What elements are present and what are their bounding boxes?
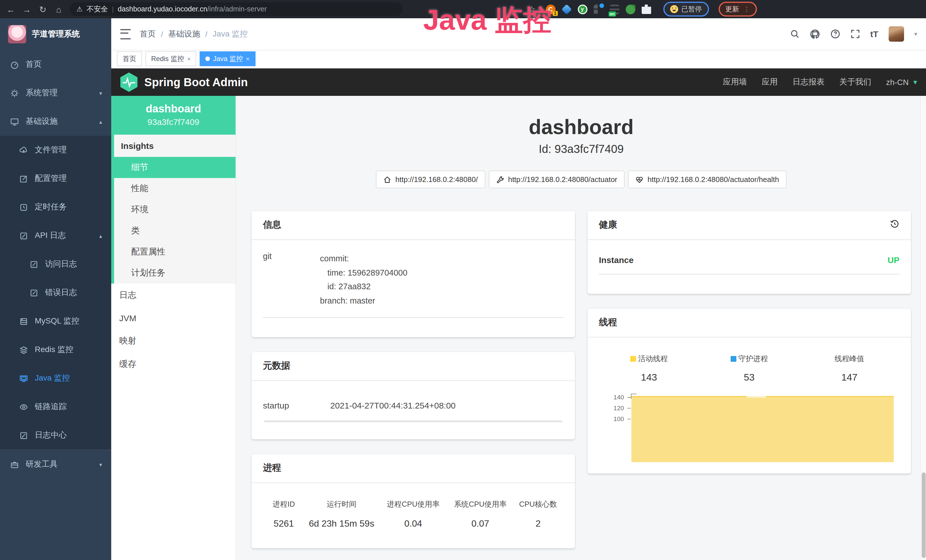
log-icon: [30, 260, 38, 268]
instance-detail-view: dashboard Id: 93a3fc7f7409 http://192.16…: [236, 96, 926, 560]
val-process-cpu: 0.04: [378, 518, 448, 529]
sba-locale-select[interactable]: zh-CN▼: [886, 77, 918, 87]
process-table: 进程ID5261 运行时间6d 23h 15m 59s 进程CPU使用率0.04…: [263, 494, 563, 537]
cloud-upload-icon: [20, 146, 28, 154]
col-system-cpu: 系统CPU使用率: [448, 499, 513, 509]
url-text[interactable]: dashboard.yudao.iocoder.cn/infra/admin-s…: [118, 5, 267, 13]
paused-badge[interactable]: 已暂停: [663, 2, 709, 17]
nav-mappings[interactable]: 映射: [111, 329, 236, 353]
insecure-warning-icon[interactable]: ⚠: [76, 5, 83, 13]
threads-legend: 活动线程143 守护进程53 线程峰值147: [599, 349, 899, 383]
sidebar-item-devtools[interactable]: 研发工具 ▾: [0, 450, 111, 479]
layers-icon: [20, 345, 28, 354]
kebab-menu-icon[interactable]: ⋮: [743, 8, 750, 11]
avatar-caret-icon[interactable]: ▾: [914, 31, 917, 37]
briefcase-icon: [10, 460, 19, 469]
status-badge: UP: [888, 255, 899, 265]
home-icon: [383, 176, 391, 183]
sidebar-item-mysql-monitor[interactable]: MySQL 监控: [0, 307, 111, 336]
breadcrumb-home[interactable]: 首页: [140, 29, 156, 39]
extension-gem-icon[interactable]: [561, 4, 571, 14]
sidebar-item-tracing[interactable]: 链路追踪: [0, 392, 111, 421]
sba-nav-wall[interactable]: 应用墙: [723, 77, 747, 87]
sidebar-item-api-log[interactable]: API 日志 ▴: [0, 221, 111, 250]
help-icon[interactable]: [831, 29, 840, 39]
sidebar-item-file-manage[interactable]: 文件管理: [0, 136, 111, 164]
sidebar-item-java-monitor[interactable]: Java 监控: [0, 364, 111, 392]
service-url-link[interactable]: http://192.168.0.2:48080/: [376, 171, 485, 188]
update-button[interactable]: 更新⋮: [719, 2, 757, 17]
sidebar-item-config-manage[interactable]: 配置管理: [0, 164, 111, 193]
val-system-cpu: 0.07: [448, 518, 513, 529]
address-bar[interactable]: ⚠ 不安全 | dashboard.yudao.iocoder.cn/infra…: [70, 2, 403, 16]
actuator-url-link[interactable]: http://192.168.0.2:48080/actuator: [489, 171, 625, 188]
chevron-down-icon: ▾: [99, 90, 102, 96]
nav-environment[interactable]: 环境: [114, 199, 236, 220]
infra-submenu: 文件管理 配置管理 定时任务 API 日志 ▴: [0, 136, 111, 450]
nav-scheduled-tasks[interactable]: 计划任务: [114, 262, 236, 283]
nav-caches[interactable]: 缓存: [111, 353, 236, 376]
page-title: dashboard: [236, 115, 926, 139]
home-icon[interactable]: ⌂: [54, 5, 64, 14]
extension-leaf-icon[interactable]: [625, 4, 635, 14]
sidebar-item-system[interactable]: 系统管理 ▾: [0, 79, 111, 107]
sidebar-item-log-center[interactable]: 日志中心: [0, 421, 111, 450]
extension-v-icon[interactable]: y: [578, 4, 587, 14]
nav-metrics[interactable]: 性能: [114, 178, 236, 199]
content-scrollbar[interactable]: [921, 96, 926, 560]
tab-redis-monitor[interactable]: Redis 监控×: [145, 51, 197, 66]
col-pid: 进程ID: [263, 499, 304, 509]
scrollbar-thumb[interactable]: [922, 472, 926, 558]
nav-classes[interactable]: 类: [114, 220, 236, 241]
breadcrumb-section[interactable]: 基础设施: [168, 29, 200, 39]
github-icon[interactable]: [810, 29, 820, 39]
wrench-icon: [496, 176, 504, 183]
emoji-face-icon: [670, 5, 678, 13]
nav-details[interactable]: 细节: [111, 157, 236, 178]
close-icon[interactable]: ×: [246, 55, 250, 62]
val-pid: 5261: [263, 518, 304, 529]
fullscreen-icon[interactable]: [850, 29, 860, 39]
sidebar-item-access-log[interactable]: 访问日志: [0, 250, 111, 278]
extensions-puzzle-icon[interactable]: [642, 4, 651, 14]
ytick-140: 140: [599, 394, 624, 401]
hamburger-icon[interactable]: [120, 29, 131, 39]
sba-nav-about[interactable]: 关于我们: [839, 77, 871, 87]
close-icon[interactable]: ×: [187, 55, 191, 62]
breadcrumb-current: Java 监控: [213, 29, 248, 39]
instance-header[interactable]: dashboard 93a3fc7f7409: [111, 96, 236, 135]
nav-logs[interactable]: 日志: [111, 283, 236, 307]
reload-icon[interactable]: ↻: [38, 5, 48, 14]
chevron-up-icon: ▴: [99, 118, 102, 125]
extension-grid-icon[interactable]: [593, 4, 603, 14]
extension-list-icon[interactable]: on: [610, 4, 619, 14]
tab-java-monitor[interactable]: Java 监控×: [200, 51, 255, 66]
daemon-threads-value: 53: [744, 372, 755, 383]
history-icon[interactable]: [890, 219, 899, 229]
search-icon[interactable]: [790, 29, 800, 39]
extensions-row: C1 y on 已暂停 更新⋮: [546, 2, 757, 17]
sba-nav-applications[interactable]: 应用: [762, 77, 778, 87]
health-url-link[interactable]: http://192.168.0.2:48080/actuator/health: [628, 171, 787, 188]
sidebar-item-scheduled-jobs[interactable]: 定时任务: [0, 193, 111, 221]
sidebar-item-error-log[interactable]: 错误日志: [0, 278, 111, 307]
sidebar-item-infra[interactable]: 基础设施 ▴: [0, 107, 111, 136]
sba-nav-journal[interactable]: 日志报表: [793, 77, 825, 87]
nav-jvm[interactable]: JVM: [111, 307, 236, 329]
sidebar-item-redis-monitor[interactable]: Redis 监控: [0, 336, 111, 364]
nav-config-props[interactable]: 配置属性: [114, 241, 236, 262]
sba-brand[interactable]: Spring Boot Admin: [119, 72, 248, 92]
user-avatar[interactable]: [889, 26, 904, 42]
sidebar-item-home[interactable]: 首页: [0, 50, 111, 79]
font-size-icon[interactable]: tT: [870, 29, 878, 39]
tab-home[interactable]: 首页: [117, 51, 142, 66]
app-logo-row[interactable]: 芋道管理系统: [0, 18, 111, 50]
peak-threads-value: 147: [841, 372, 858, 383]
back-icon[interactable]: ←: [6, 5, 16, 14]
instance-id-line: Id: 93a3fc7f7409: [236, 143, 926, 156]
git-key: git: [263, 251, 320, 308]
forward-icon[interactable]: →: [22, 5, 32, 14]
metadata-card-title: 元数据: [251, 352, 575, 381]
col-cpu-cores: CPU核心数: [513, 499, 563, 509]
sba-logo-icon: [119, 72, 139, 92]
